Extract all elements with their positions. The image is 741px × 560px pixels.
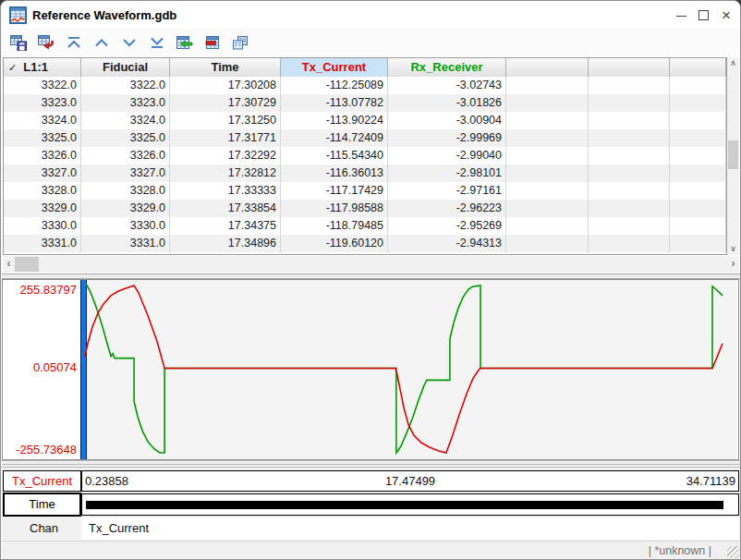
table-row[interactable]: 3324.03324.017.31250-113.90224-3.00904 <box>4 112 726 129</box>
table-cell[interactable]: 3329.0 <box>4 200 81 217</box>
table-cell[interactable] <box>670 94 726 112</box>
table-cell[interactable] <box>670 217 726 235</box>
resize-grip[interactable] <box>727 546 739 558</box>
table-cell[interactable]: 3325.0 <box>4 129 81 147</box>
table-cell[interactable] <box>506 164 589 182</box>
delete-row-button[interactable] <box>201 31 224 54</box>
table-cell[interactable] <box>506 129 589 147</box>
table-cell[interactable]: 17.34896 <box>170 235 281 252</box>
scroll-up-icon[interactable]: ∧ <box>727 57 739 69</box>
table-cell[interactable]: -2.96223 <box>388 200 506 217</box>
table-cell[interactable] <box>506 235 589 252</box>
x-axis-channel-label[interactable]: Tx_Current <box>3 470 81 492</box>
table-cell[interactable] <box>670 112 726 129</box>
table-cell[interactable] <box>506 112 589 129</box>
table-row[interactable]: 3323.03323.017.30729-113.07782-3.01826 <box>4 94 726 112</box>
scroll-left-icon[interactable]: ‹ <box>3 256 15 273</box>
table-cell[interactable]: 3322.0 <box>81 77 170 94</box>
table-cell[interactable] <box>670 200 726 217</box>
table-cell[interactable]: -2.98101 <box>388 164 506 182</box>
column-header-empty[interactable] <box>670 58 726 77</box>
table-cell[interactable] <box>589 112 670 129</box>
table-cell[interactable]: 3330.0 <box>81 217 170 235</box>
table-cell[interactable]: -116.36013 <box>281 164 388 182</box>
table-cell[interactable]: 17.31771 <box>170 129 281 147</box>
insert-row-button[interactable] <box>174 31 196 54</box>
column-header-Rx_Receiver[interactable]: Rx_Receiver <box>388 58 506 77</box>
table-cell[interactable] <box>670 235 726 252</box>
horizontal-scroll-thumb[interactable] <box>15 257 39 272</box>
table-cell[interactable]: -114.72409 <box>281 129 388 147</box>
table-cell[interactable] <box>589 164 670 182</box>
vertical-scrollbar[interactable]: ∧ ∨ <box>727 57 739 255</box>
minimize-button[interactable] <box>671 2 693 29</box>
table-cell[interactable] <box>506 94 589 112</box>
table-cell[interactable]: -2.99040 <box>388 147 506 164</box>
table-cell[interactable]: 3324.0 <box>4 112 81 129</box>
table-cell[interactable]: 17.32292 <box>170 147 281 164</box>
table-cell[interactable]: 3326.0 <box>4 147 81 164</box>
table-cell[interactable] <box>506 182 589 200</box>
table-cell[interactable]: 3328.0 <box>81 182 170 200</box>
table-cell[interactable] <box>670 164 726 182</box>
table-cell[interactable] <box>506 147 589 164</box>
table-cell[interactable]: 17.30208 <box>170 77 281 94</box>
table-cell[interactable]: 3324.0 <box>81 112 170 129</box>
table-cell[interactable]: 3331.0 <box>4 235 81 252</box>
table-cell[interactable]: 3323.0 <box>81 94 170 112</box>
table-cell[interactable]: 3331.0 <box>81 235 170 252</box>
horizontal-scrollbar[interactable]: ‹ › <box>3 256 739 273</box>
table-cell[interactable]: 17.32812 <box>170 164 281 182</box>
table-cell[interactable] <box>589 77 670 94</box>
table-row[interactable]: 3326.03326.017.32292-115.54340-2.99040 <box>4 147 726 164</box>
save-table-button[interactable] <box>7 31 30 54</box>
time-range-slider[interactable] <box>81 493 739 516</box>
table-cell[interactable]: 3325.0 <box>81 129 170 147</box>
table-cell[interactable]: -115.54340 <box>281 147 388 164</box>
column-header-L1:1[interactable]: ✓L1:1 <box>4 58 81 77</box>
go-last-row-button[interactable] <box>146 31 168 54</box>
table-cell[interactable] <box>506 217 589 235</box>
table-cell[interactable]: -2.97161 <box>388 182 506 200</box>
table-row[interactable]: 3327.03327.017.32812-116.36013-2.98101 <box>4 164 726 182</box>
chart-controls-splitter[interactable] <box>2 460 741 470</box>
table-cell[interactable]: 17.33333 <box>170 182 281 200</box>
time-range-bar[interactable] <box>86 501 723 509</box>
table-cell[interactable]: 17.31250 <box>170 112 281 129</box>
table-cell[interactable]: 3327.0 <box>4 164 81 182</box>
scroll-down-icon[interactable]: ∨ <box>727 243 739 255</box>
table-cell[interactable] <box>589 94 670 112</box>
table-cell[interactable]: 17.33854 <box>170 200 281 217</box>
table-cell[interactable]: 17.30729 <box>170 94 281 112</box>
table-cell[interactable]: -2.94313 <box>388 235 506 252</box>
table-cell[interactable]: -112.25089 <box>281 77 388 94</box>
go-first-row-button[interactable] <box>63 31 85 54</box>
table-cell[interactable] <box>670 147 726 164</box>
table-row[interactable]: 3325.03325.017.31771-114.72409-2.99969 <box>4 129 726 147</box>
import-table-button[interactable] <box>35 31 57 54</box>
table-cell[interactable]: 3326.0 <box>81 147 170 164</box>
table-cell[interactable] <box>506 77 589 94</box>
vertical-scroll-thumb[interactable] <box>728 140 738 169</box>
table-cell[interactable] <box>589 147 670 164</box>
table-cell[interactable]: -3.01826 <box>388 94 506 112</box>
table-cell[interactable] <box>670 129 726 147</box>
table-cell[interactable]: -113.07782 <box>281 94 388 112</box>
table-cell[interactable]: -113.90224 <box>281 112 388 129</box>
column-header-Time[interactable]: Time <box>170 58 281 77</box>
column-header-empty[interactable] <box>506 58 589 77</box>
table-row[interactable]: 3330.03330.017.34375-118.79485-2.95269 <box>4 217 726 235</box>
table-row[interactable]: 3328.03328.017.33333-117.17429-2.97161 <box>4 182 726 200</box>
cascade-windows-button[interactable] <box>229 31 251 54</box>
table-cell[interactable] <box>589 235 670 252</box>
table-cell[interactable]: -2.99969 <box>388 129 506 147</box>
table-cell[interactable] <box>589 200 670 217</box>
table-row[interactable]: 3329.03329.017.33854-117.98588-2.96223 <box>4 200 726 217</box>
table-cell[interactable]: -117.98588 <box>281 200 388 217</box>
table-cell[interactable] <box>670 77 726 94</box>
maximize-button[interactable] <box>693 2 715 29</box>
table-cell[interactable] <box>670 182 726 200</box>
go-next-row-button[interactable] <box>118 31 140 54</box>
table-cell[interactable] <box>506 200 589 217</box>
table-cell[interactable]: -117.17429 <box>281 182 388 200</box>
